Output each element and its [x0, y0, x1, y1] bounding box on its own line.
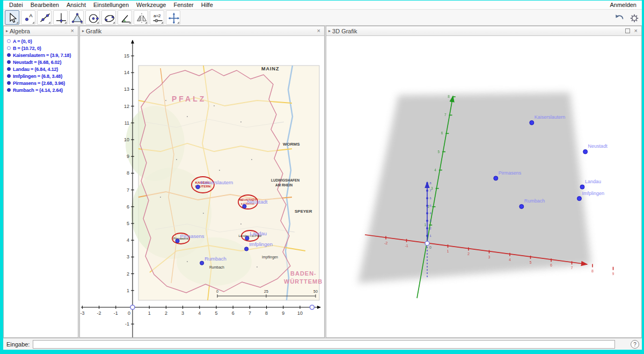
menu-fenster[interactable]: Fenster	[170, 1, 197, 9]
point-visibility-marker[interactable]	[7, 53, 11, 57]
point-3d-Pirmasens[interactable]	[494, 176, 498, 180]
algebra-item-text: Imfplingen = (6.8, 3.48)	[13, 74, 62, 79]
sign-in-link[interactable]: Anmelden	[606, 1, 640, 9]
algebra-item-Kaiserslautern[interactable]: Kaiserslautern = (3.9, 7.18)	[6, 52, 78, 59]
graphics-view-canvas[interactable]: PFALZMAINZWORMSLUDWIGSHAFENAM RHEINSPEYE…	[80, 36, 324, 337]
point-icon: A	[23, 12, 34, 24]
map-scale-label: 50	[313, 290, 318, 293]
svg-text:15: 15	[124, 53, 129, 59]
svg-text:4: 4	[434, 168, 436, 172]
point-visibility-marker[interactable]	[7, 46, 11, 50]
point-3d-Rumbach[interactable]	[519, 204, 524, 208]
point-3d-A[interactable]	[425, 241, 429, 245]
xy-plane	[358, 92, 591, 283]
algebra-item-Pirmasens[interactable]: Pirmasens = (2.68, 3.96)	[6, 80, 78, 86]
algebra-item-Landau[interactable]: Landau = (6.84, 4.12)	[6, 66, 78, 73]
point-3d-label-Pirmasens: Pirmasens	[499, 170, 522, 176]
point-3d-label-Landau: Landau	[585, 179, 601, 184]
svg-text:8: 8	[448, 95, 450, 98]
algebra-item-Neustadt[interactable]: Neustadt = (6.68, 6.02)	[6, 59, 78, 66]
menu-einstellungen[interactable]: Einstellungen	[90, 1, 133, 9]
settings-button[interactable]	[627, 11, 640, 24]
algebra-panel-header: ▸ Algebra ×	[4, 26, 78, 36]
point-3d-Kaiserslautern[interactable]	[530, 120, 534, 125]
svg-text:3: 3	[127, 254, 129, 259]
input-label: Eingabe:	[6, 341, 30, 348]
svg-text:A: A	[29, 13, 32, 18]
svg-text:-2: -2	[97, 310, 101, 316]
algebra-item-Rumbach[interactable]: Rumbach = (4.14, 2.64)	[6, 86, 78, 93]
polygon-tool-button[interactable]	[69, 10, 84, 25]
point-Pirmasens[interactable]	[175, 239, 179, 243]
perpendicular-line-tool-button[interactable]	[53, 10, 68, 25]
angle-tool-button[interactable]	[118, 10, 132, 25]
point-Imfplingen[interactable]	[245, 247, 248, 251]
grafik-panel-title: Grafik	[86, 28, 101, 34]
algebra-item-text: B = (10.72, 0)	[13, 46, 41, 51]
svg-text:14: 14	[124, 70, 129, 75]
close-icon[interactable]: ×	[633, 28, 639, 34]
point-label-Landau: Landau	[250, 230, 267, 236]
help-button[interactable]: ?	[631, 340, 639, 349]
point-label-Rumbach: Rumbach	[204, 256, 226, 262]
point-3d-label-Neustadt: Neustadt	[588, 143, 608, 149]
algebra-panel-title: Algebra	[10, 28, 30, 34]
grafik-3d-panel-title: 3D Grafik	[332, 28, 357, 34]
point-visibility-marker[interactable]	[7, 60, 11, 64]
svg-text:6: 6	[232, 310, 235, 316]
angle-icon	[119, 12, 131, 24]
menu-ansicht[interactable]: Ansicht	[63, 1, 90, 9]
collapse-icon[interactable]: ▸	[82, 29, 84, 33]
svg-text:8: 8	[591, 269, 594, 273]
map-label: SPEYER	[295, 209, 312, 214]
svg-text:10: 10	[297, 310, 303, 316]
point-visibility-marker[interactable]	[7, 74, 11, 78]
map-label: WORMS	[283, 142, 300, 147]
popout-icon[interactable]	[625, 28, 630, 33]
move-tool-button[interactable]	[5, 10, 19, 25]
point-visibility-marker[interactable]	[7, 88, 11, 92]
line-tool-button[interactable]	[37, 10, 52, 25]
graphics-3d-canvas[interactable]: -2-112345678912345678123456780Kaiserslau…	[326, 36, 641, 337]
point-B[interactable]	[310, 305, 314, 309]
collapse-icon[interactable]: ▸	[328, 29, 331, 33]
point-visibility-marker[interactable]	[7, 81, 11, 85]
algebra-input[interactable]	[33, 340, 615, 349]
point-label-Kaiserslautern: Kaiserslautern	[201, 179, 233, 185]
map-label: MAINZ	[261, 66, 280, 71]
point-3d-Landau[interactable]	[580, 185, 584, 189]
svg-text:-1: -1	[125, 321, 129, 327]
reflect-tool-button[interactable]	[134, 10, 148, 25]
algebra-item-A[interactable]: A = (0, 0)	[6, 38, 78, 45]
menu-datei[interactable]: Datei	[5, 1, 27, 9]
point-3d-Neustadt[interactable]	[583, 149, 588, 154]
point-visibility-marker[interactable]	[7, 67, 11, 71]
point-3d-Imfplingen[interactable]	[577, 197, 581, 201]
point-Neustadt[interactable]	[243, 205, 246, 208]
slider-tool-button[interactable]: a=2	[150, 10, 164, 25]
close-icon[interactable]: ×	[316, 28, 322, 34]
algebra-item-Imfplingen[interactable]: Imfplingen = (6.8, 3.48)	[6, 73, 78, 80]
menu-bearbeiten[interactable]: Bearbeiten	[27, 1, 63, 9]
point-Rumbach[interactable]	[200, 261, 204, 265]
svg-text:7: 7	[248, 310, 251, 316]
point-Landau[interactable]	[245, 236, 249, 240]
algebra-item-B[interactable]: B = (10.72, 0)	[6, 45, 78, 52]
close-icon[interactable]: ×	[69, 28, 76, 34]
point-tool-button[interactable]: A	[21, 10, 35, 25]
collapse-icon[interactable]: ▸	[6, 29, 8, 33]
point-visibility-marker[interactable]	[7, 39, 11, 43]
menu-hilfe[interactable]: Hilfe	[197, 1, 217, 9]
point-label-Neustadt: Neustadt	[247, 199, 267, 205]
point-A[interactable]	[130, 305, 135, 309]
svg-text:0: 0	[128, 310, 130, 316]
svg-text:7: 7	[571, 266, 573, 270]
circle-with-center-tool-button[interactable]	[85, 10, 100, 25]
undo-button[interactable]	[613, 11, 626, 24]
svg-text:9: 9	[282, 310, 284, 316]
ellipse-tool-button[interactable]	[101, 10, 116, 25]
move-graphics-view-tool-button[interactable]	[166, 10, 180, 25]
point-Kaiserslautern[interactable]	[196, 185, 200, 189]
menu-werkzeuge[interactable]: Werkzeuge	[133, 1, 170, 9]
map-label: AM RHEIN	[275, 183, 292, 187]
